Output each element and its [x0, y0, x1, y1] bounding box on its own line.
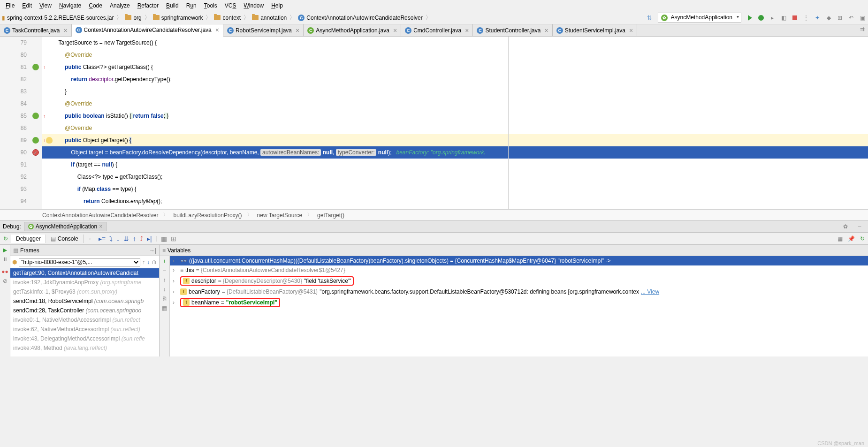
up-button[interactable]: ↑ — [163, 277, 166, 283]
force-step-into-icon[interactable]: ⇊ — [123, 235, 129, 242]
override-gutter-icon[interactable] — [32, 113, 39, 119]
undo-button[interactable]: ↶ — [846, 13, 856, 23]
expand-icon[interactable]: › — [173, 267, 178, 273]
run-to-cursor-icon[interactable]: ▸| — [147, 235, 152, 242]
next-frame-button[interactable]: ↓ — [147, 259, 150, 265]
variable-row-beanname[interactable]: › f beanName = "robotServiceImpl" — [170, 296, 868, 309]
menu-build[interactable]: Build — [162, 2, 183, 9]
sync-icon[interactable]: ⇅ — [645, 13, 654, 23]
frame-row[interactable]: invoke:192, JdkDynamicAopProxy (org.spri… — [10, 278, 159, 287]
bc-item[interactable]: buildLazyResolutionProxy() — [173, 212, 242, 219]
breadcrumb-class[interactable]: CContextAnnotationAutowireCandidateResol… — [296, 15, 424, 21]
step-into-icon[interactable]: ↓ — [116, 235, 120, 242]
frame-row[interactable]: sendCmd:28, TaskController (com.ocean.sp… — [10, 306, 159, 315]
trace-icon[interactable]: ⊞ — [171, 235, 176, 242]
evaluate-expression-row[interactable]: › 👓 ((java.util.concurrent.ConcurrentHas… — [170, 256, 868, 265]
tab-asyncmethodapp[interactable]: CAsyncMethodApplication.java× — [304, 24, 401, 36]
tab-taskcontroller[interactable]: CTaskController.java× — [0, 24, 72, 36]
tab-cmdcontroller[interactable]: CCmdController.java× — [401, 24, 473, 36]
breadcrumb-jar[interactable]: ▮ spring-context-5.2.2.RELEASE-sources.j… — [0, 15, 115, 21]
down-button[interactable]: ↓ — [163, 286, 166, 293]
menu-window[interactable]: Window — [240, 2, 267, 9]
menu-help[interactable]: Help — [267, 2, 287, 9]
frame-row[interactable]: invoke:498, Method (java.lang.reflect) — [10, 343, 159, 353]
menu-code[interactable]: Code — [85, 2, 106, 9]
coverage-button[interactable]: ▸ — [768, 13, 777, 23]
intention-bulb-icon[interactable] — [46, 137, 53, 144]
frame-row[interactable]: invoke:62, NativeMethodAccessorImpl (sun… — [10, 325, 159, 334]
menu-run[interactable]: Run — [183, 2, 200, 9]
variable-row-this[interactable]: › ≡ this = {ContextAnnotationAutowireCan… — [170, 265, 868, 275]
menu-edit[interactable]: Edit — [18, 2, 36, 9]
breadcrumb-springframework[interactable]: springframework — [151, 15, 205, 21]
view-link[interactable]: ... View — [641, 288, 659, 295]
tool-button[interactable]: ▣ — [858, 13, 867, 23]
settings-icon[interactable]: ✿ — [841, 222, 850, 231]
drop-frame-icon[interactable]: ⤴ — [140, 235, 143, 242]
bc-item[interactable]: getTarget() — [317, 212, 344, 219]
tool-button[interactable]: ✦ — [813, 13, 822, 23]
add-watch-button[interactable]: + — [163, 258, 166, 265]
tool-button[interactable]: ◆ — [824, 13, 833, 23]
menu-tools[interactable]: Tools — [200, 2, 221, 9]
frames-list[interactable]: getTarget:90, ContextAnnotationAutowireC… — [10, 268, 159, 353]
frame-row[interactable]: getTaskInfo:-1, $Proxy63 (com.sun.proxy) — [10, 287, 159, 296]
breadcrumb-org[interactable]: org — [123, 15, 143, 21]
bc-item[interactable]: new TargetSource — [257, 212, 303, 219]
menu-file[interactable]: File — [2, 2, 18, 9]
debugger-tab[interactable]: Debugger — [11, 235, 46, 243]
tool-button[interactable]: → — [84, 234, 94, 243]
show-watches-button[interactable]: ▦ — [162, 305, 167, 311]
profile-button[interactable]: ◧ — [779, 13, 788, 23]
editor-split-divider[interactable] — [508, 37, 509, 209]
show-execution-point-icon[interactable]: ▸≡ — [99, 235, 106, 242]
close-icon[interactable]: × — [542, 27, 548, 34]
mute-breakpoints-button[interactable]: ⊘ — [3, 278, 8, 284]
close-icon[interactable]: × — [61, 27, 67, 34]
breadcrumb-annotation[interactable]: annotation — [250, 15, 289, 21]
close-icon[interactable]: × — [213, 26, 219, 34]
run-button[interactable] — [745, 13, 754, 23]
remove-watch-button[interactable]: − — [163, 267, 166, 274]
debug-button[interactable] — [756, 13, 766, 23]
rerun-button[interactable]: ↻ — [1, 234, 10, 243]
override-gutter-icon[interactable] — [32, 64, 39, 70]
close-icon[interactable]: × — [99, 223, 102, 230]
menu-analyze[interactable]: Analyze — [106, 2, 134, 9]
filter-icon[interactable]: →| — [149, 247, 156, 254]
thread-dropdown[interactable]: "http-nio-8080-exec-1"@5,... — [19, 258, 140, 266]
expand-icon[interactable]: › — [173, 288, 178, 295]
menu-vcs[interactable]: VCS — [221, 2, 240, 9]
run-configuration-dropdown[interactable]: ✿ AsyncMethodApplication — [658, 13, 741, 23]
stop-button[interactable] — [790, 13, 799, 23]
expand-icon[interactable]: › — [173, 258, 178, 264]
close-icon[interactable]: × — [463, 27, 469, 34]
variable-row-descriptor[interactable]: › f descriptor = {DependencyDescriptor@5… — [170, 275, 868, 287]
override-gutter-icon[interactable] — [32, 137, 39, 144]
frame-row[interactable]: invoke:43, DelegatingMethodAccessorImpl … — [10, 334, 159, 343]
breadcrumb-context[interactable]: context — [212, 15, 243, 21]
layout-icon[interactable]: ▦ — [835, 234, 845, 243]
variables-tree[interactable]: › 👓 ((java.util.concurrent.ConcurrentHas… — [170, 256, 868, 356]
gutter[interactable]: 79 80 81↑ 82 83 84 85↑ 88 89↑ 90✓ 91 92 … — [0, 37, 42, 209]
debug-session-tab[interactable]: ✿ AsyncMethodApplication × — [24, 222, 107, 231]
frame-row[interactable]: invoke0:-1, NativeMethodAccessorImpl (su… — [10, 315, 159, 325]
close-icon[interactable]: × — [627, 27, 633, 34]
expand-icon[interactable]: › — [173, 299, 178, 306]
console-tab[interactable]: ▤Console — [46, 235, 84, 243]
code-area[interactable]: TargetSource ts = new TargetSource() { @… — [42, 37, 868, 209]
step-over-icon[interactable]: ⤵ — [109, 235, 113, 242]
tab-contextannotation[interactable]: CContextAnnotationAutowireCandidateResol… — [72, 24, 223, 37]
code-editor[interactable]: 79 80 81↑ 82 83 84 85↑ 88 89↑ 90✓ 91 92 … — [0, 37, 868, 209]
pause-button[interactable]: ⏸ — [2, 256, 8, 263]
copy-button[interactable]: ⎘ — [163, 295, 166, 302]
variable-row-beanfactory[interactable]: › f beanFactory = {DefaultListableBeanFa… — [170, 287, 868, 296]
expand-icon[interactable]: › — [173, 278, 178, 284]
restore-icon[interactable]: ↻ — [858, 234, 867, 243]
tool-button[interactable]: ⋮ — [801, 13, 811, 23]
menu-navigate[interactable]: Navigate — [55, 2, 85, 9]
frame-row[interactable]: sendCmd:18, RobotServiceImpl (com.ocean.… — [10, 296, 159, 306]
close-icon[interactable]: × — [391, 27, 397, 34]
step-out-icon[interactable]: ↑ — [133, 235, 136, 242]
tab-studentcontroller[interactable]: CStudentController.java× — [473, 24, 552, 36]
